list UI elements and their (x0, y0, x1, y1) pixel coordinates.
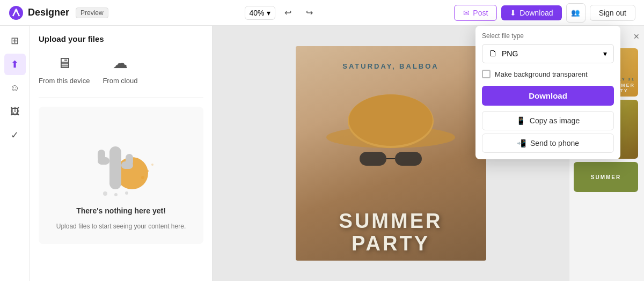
bg-transparent-label: Make background transparent (495, 70, 588, 78)
post-button[interactable]: ✉ Post (454, 5, 497, 21)
thumbnail-3[interactable]: SUMMER (574, 162, 638, 192)
download-icon: ⬇ (510, 9, 516, 17)
topbar-right: ✉ Post ⬇ Download 👥 Sign out (454, 3, 635, 23)
send-phone-label: Send to phone (530, 139, 579, 147)
svg-point-9 (114, 193, 118, 196)
sidebar-image-button[interactable]: 🖼 (4, 101, 26, 122)
source-device-label: From this device (39, 77, 90, 85)
zoom-value: 40% (250, 9, 265, 17)
file-icon: 🗋 (489, 49, 497, 58)
svg-rect-3 (109, 146, 121, 189)
topbar: Designer Preview 40% ▾ ↩ ↪ ✉ Post ⬇ Down… (0, 0, 644, 26)
upload-source-cloud[interactable]: ☁ From cloud (103, 52, 137, 85)
svg-point-11 (141, 176, 144, 179)
download-main-button[interactable]: Download (482, 86, 614, 106)
undo-button[interactable]: ↩ (280, 4, 297, 21)
post-icon: ✉ (463, 9, 470, 17)
format-select-left: 🗋 PNG (489, 49, 518, 58)
zoom-control[interactable]: 40% ▾ (245, 6, 275, 20)
download-label: Download (519, 9, 553, 17)
send-to-phone-button[interactable]: 📲 Send to phone (482, 134, 614, 153)
svg-point-0 (9, 6, 23, 20)
format-value: PNG (502, 49, 518, 58)
sidebar-grid-button[interactable]: ⊞ (4, 30, 26, 51)
monitor-icon: 🖥 (52, 52, 77, 73)
empty-text-sub: Upload files to start seeing your conten… (56, 221, 186, 231)
svg-rect-17 (360, 152, 386, 166)
empty-state: There's nothing here yet! Upload files t… (39, 107, 203, 244)
cloud-icon: ☁ (107, 52, 133, 73)
upload-panel: Upload your files 🖥 From this device ☁ F… (30, 26, 213, 281)
cactus-illustration (73, 120, 170, 200)
upload-sources: 🖥 From this device ☁ From cloud (39, 52, 203, 85)
thumb3-text: SUMMER (591, 174, 621, 180)
copy-icon: 📱 (516, 116, 525, 125)
canvas-text-main: SUMMERPARTY (296, 210, 486, 255)
download-dropdown: Select file type 🗋 PNG ▾ Make background… (475, 26, 620, 159)
svg-rect-18 (395, 152, 422, 166)
upload-divider (39, 98, 203, 98)
chevron-down-icon: ▾ (603, 49, 607, 58)
upload-title: Upload your files (39, 34, 203, 43)
bg-transparent-checkbox[interactable] (482, 70, 491, 78)
designer-logo-icon (9, 5, 24, 20)
close-icon[interactable]: ✕ (633, 32, 640, 41)
svg-point-13 (151, 164, 153, 166)
svg-point-16 (349, 94, 433, 146)
share-button[interactable]: 👥 (566, 3, 586, 23)
svg-point-8 (103, 191, 107, 196)
canvas-text-top: SATURDAY, BALBOA (296, 62, 486, 70)
svg-rect-5 (98, 150, 105, 161)
canvas-image: SATURDAY, BALBOA (296, 46, 486, 261)
upload-source-device[interactable]: 🖥 From this device (39, 52, 90, 85)
signout-button[interactable]: Sign out (590, 5, 635, 21)
svg-rect-7 (126, 154, 133, 166)
bg-transparent-row: Make background transparent (482, 70, 614, 78)
sidebar-emoji-button[interactable]: ☺ (4, 77, 26, 99)
app-title: Designer (28, 7, 69, 18)
svg-point-10 (125, 191, 128, 195)
copy-image-button[interactable]: 📱 Copy as image (482, 111, 614, 130)
phone-icon: 📲 (517, 139, 526, 147)
download-button[interactable]: ⬇ Download (501, 5, 561, 20)
chevron-down-icon: ▾ (267, 9, 270, 17)
empty-text-main: There's nothing here yet! (76, 206, 166, 215)
format-select[interactable]: 🗋 PNG ▾ (482, 44, 614, 63)
sidebar-upload-button[interactable]: ⬆ (4, 54, 26, 75)
copy-image-label: Copy as image (530, 116, 580, 125)
post-label: Post (473, 9, 488, 17)
sidebar-check-button[interactable]: ✓ (4, 124, 26, 146)
svg-point-1 (14, 9, 18, 12)
preview-badge: Preview (76, 8, 108, 18)
share-icon: 👥 (571, 9, 580, 17)
svg-point-12 (147, 170, 149, 172)
app-logo: Designer (9, 5, 69, 20)
dropdown-select-label: Select file type (482, 32, 614, 40)
source-cloud-label: From cloud (103, 77, 137, 85)
redo-button[interactable]: ↪ (301, 4, 318, 21)
sidebar-icons: ⊞ ⬆ ☺ 🖼 ✓ (0, 26, 30, 281)
topbar-center: 40% ▾ ↩ ↪ (245, 4, 318, 21)
